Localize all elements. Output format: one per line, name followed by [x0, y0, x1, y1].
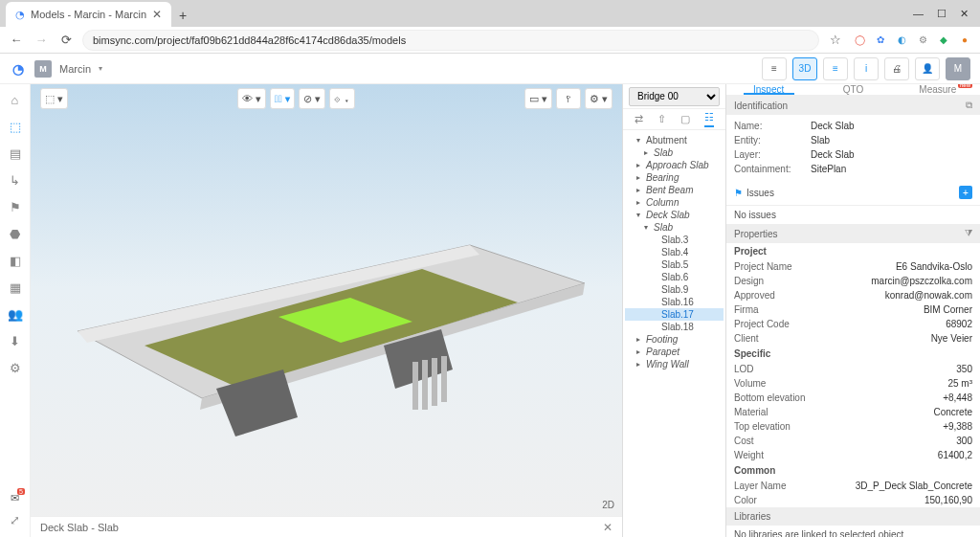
model-select[interactable]: Bridge 00 [629, 87, 720, 106]
close-window-icon[interactable]: ✕ [960, 8, 969, 20]
url-input[interactable] [82, 30, 819, 51]
prop-row: LOD350 [726, 362, 980, 376]
left-rail: ⌂ ⬚ ▤ ↳ ⚑ ⬣ ◧ ▦ 👥 ⬇ ⚙ ✉ 5 ⤢ [0, 84, 31, 537]
browser-tab[interactable]: ◔ Models - Marcin - Marcin ✕ [6, 2, 171, 27]
mail-icon[interactable]: ✉ 5 [11, 492, 19, 504]
vp-visibility-button[interactable]: 👁̷ ▾ [270, 88, 296, 109]
tree-item[interactable]: ▾Slab [625, 221, 724, 234]
tree-item[interactable]: Slab.9 [625, 283, 724, 296]
prop-row: Approvedkonrad@nowak.com [726, 288, 980, 302]
tree-item[interactable]: ▸Slab [625, 146, 724, 159]
status-bar: Deck Slab - Slab ✕ [31, 516, 622, 537]
tree-mode-box-icon[interactable]: ▢ [680, 113, 690, 125]
vp-gear-button[interactable]: ⚙ ▾ [585, 88, 612, 109]
vp-eye-button[interactable]: 👁 ▾ [237, 88, 266, 109]
tree-item[interactable]: Slab.18 [625, 321, 724, 333]
issues-header[interactable]: ⚑ Issues + [726, 180, 980, 206]
app-logo-icon[interactable]: ◔ [10, 60, 27, 78]
svg-rect-7 [412, 362, 418, 410]
prop-row: Weight61400,2 [726, 448, 980, 462]
back-icon[interactable]: ← [8, 32, 25, 49]
tree-mode-icons: ⇄ ⇧ ▢ ☷ [623, 109, 725, 130]
tree-panel: Bridge 00 ⇄ ⇧ ▢ ☷ ▾Abutment▸Slab▸Approac… [622, 84, 725, 537]
gear-icon[interactable]: ⚙ [8, 360, 23, 375]
chevron-down-icon[interactable]: ▾ [99, 64, 102, 73]
vp-filter-button[interactable]: ⟐ ▾ [329, 88, 355, 109]
tree-item[interactable]: ▸Bearing [625, 171, 724, 184]
download-icon[interactable]: ⬇ [8, 333, 23, 348]
view-info-button[interactable]: i [854, 57, 879, 80]
tab-measure[interactable]: Measure new [896, 84, 980, 95]
tree-item[interactable]: ▾Deck Slab [625, 209, 724, 221]
close-tab-icon[interactable]: ✕ [152, 8, 162, 21]
hdr-user-button[interactable]: 👤 [915, 57, 940, 80]
library-icon[interactable]: ▤ [8, 145, 23, 161]
hdr-print-button[interactable]: 🖨 [884, 57, 909, 80]
viewport-3d[interactable]: ⬚ ▾ 👁 ▾ 👁̷ ▾ ⊘ ▾ ⟐ ▾ ▭ ▾ ⫯ ⚙ ▾ [31, 84, 622, 537]
prop-row: Layer Name3D_P_Deck Slab_Concrete [726, 479, 980, 493]
cube-icon[interactable]: ⬚ [8, 119, 23, 134]
canvas-3d[interactable]: 2D [31, 84, 622, 516]
status-close-icon[interactable]: ✕ [603, 521, 612, 534]
prop-row: Project NameE6 Sandvika-Oslo [726, 259, 980, 274]
mail-count-badge: 5 [17, 488, 25, 495]
tree-item[interactable]: ▾Abutment [625, 134, 724, 146]
viewport-mode-label[interactable]: 2D [602, 500, 614, 510]
home-icon[interactable]: ⌂ [8, 92, 23, 107]
vp-measure-button[interactable]: ⫯ [556, 88, 581, 109]
prop-row: Volume25 m³ [726, 376, 980, 391]
tree-item[interactable]: ▸Wing Wall [625, 358, 724, 370]
copy-icon[interactable]: ⧉ [966, 100, 972, 111]
tag-icon[interactable]: ⬣ [8, 226, 23, 241]
ext-bookmark-icon[interactable]: ✿ [873, 33, 888, 48]
tab-qto[interactable]: QTO [811, 84, 895, 95]
vp-cube-button[interactable]: ⬚ ▾ [40, 88, 68, 109]
ext-opera-icon[interactable]: ◯ [852, 33, 867, 48]
ext-user-icon[interactable]: ● [957, 33, 972, 48]
tab-inspect[interactable]: Inspect [726, 84, 811, 95]
extension-icons: ◯ ✿ ◐ ⚙ ◆ ● [852, 33, 972, 48]
tree-item[interactable]: ▸Bent Beam [625, 184, 724, 196]
tree-item[interactable]: ▸Footing [625, 333, 724, 346]
tree-item[interactable]: Slab.6 [625, 271, 724, 283]
branch-icon[interactable]: ↳ [8, 172, 23, 188]
hdr-user-badge[interactable]: M [946, 57, 970, 80]
vp-cursor-button[interactable]: ▭ ▾ [524, 88, 552, 109]
tree-item[interactable]: Slab.3 [625, 234, 724, 246]
layers-icon[interactable]: ◧ [8, 253, 23, 268]
tree-item[interactable]: Slab.16 [625, 296, 724, 308]
vp-hide-button[interactable]: ⊘ ▾ [299, 88, 325, 109]
tree-item[interactable]: ▸Parapet [625, 346, 724, 358]
add-issue-button[interactable]: + [959, 186, 972, 199]
view-list-button[interactable]: ≡ [823, 57, 848, 80]
new-tab-button[interactable]: + [171, 4, 194, 27]
grid-icon[interactable]: ▦ [8, 280, 23, 295]
hdr-menu-button[interactable]: ≡ [762, 57, 787, 80]
model-tree[interactable]: ▾Abutment▸Slab▸Approach Slab▸Bearing▸Ben… [623, 130, 725, 537]
star-icon[interactable]: ☆ [827, 32, 844, 49]
maximize-icon[interactable]: ☐ [937, 8, 947, 20]
expand-icon[interactable]: ⤢ [8, 512, 23, 527]
tree-item[interactable]: ▸Column [625, 196, 724, 209]
prop-row: Designmarcin@pszczolka.com [726, 274, 980, 288]
prop-row: Project Code68902 [726, 317, 980, 331]
view-3d-button[interactable]: 3D [792, 57, 817, 80]
tree-item[interactable]: Slab.4 [625, 246, 724, 258]
tree-mode-up-icon[interactable]: ⇧ [657, 113, 666, 125]
ext-adb-icon[interactable]: ◆ [936, 33, 951, 48]
tree-item[interactable]: Slab.17 [625, 308, 724, 321]
forward-icon[interactable]: → [33, 32, 50, 49]
users-icon[interactable]: 👥 [8, 306, 23, 322]
ext-translate-icon[interactable]: ◐ [894, 33, 909, 48]
ext-grammar-icon[interactable]: ⚙ [915, 33, 930, 48]
tree-mode-nav-icon[interactable]: ⇄ [635, 113, 643, 125]
tree-item[interactable]: ▸Approach Slab [625, 159, 724, 171]
minimize-icon[interactable]: — [913, 8, 924, 19]
flag-icon[interactable]: ⚑ [8, 199, 23, 214]
reload-icon[interactable]: ⟳ [57, 32, 75, 49]
new-badge: new [958, 84, 972, 88]
user-avatar[interactable]: M [34, 60, 52, 78]
filter-icon[interactable]: ⧩ [965, 228, 972, 239]
tree-item[interactable]: Slab.5 [625, 258, 724, 271]
tree-mode-layers-icon[interactable]: ☷ [704, 111, 714, 127]
